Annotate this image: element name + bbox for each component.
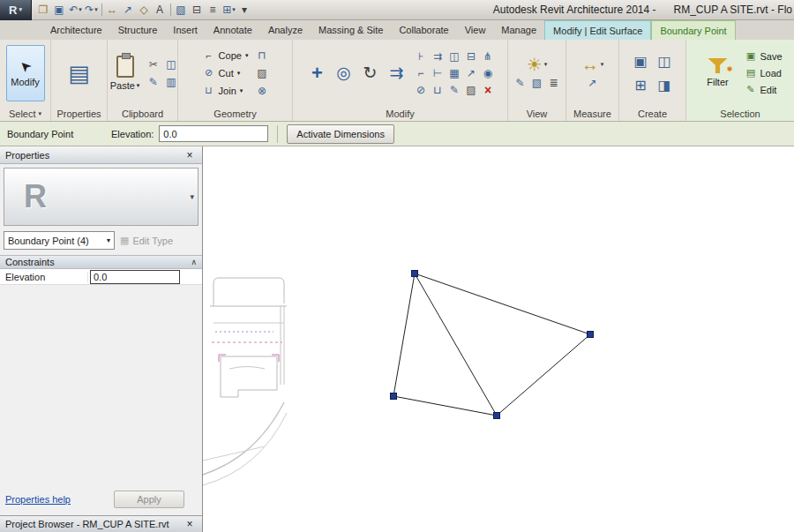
move-icon[interactable]: + xyxy=(305,48,330,99)
mirror-pick-axis-icon[interactable]: ◫ xyxy=(447,49,462,64)
drawing-canvas[interactable] xyxy=(203,146,794,532)
edit-type-icon: ▦ xyxy=(120,235,129,246)
create-parts-icon[interactable]: ◫ xyxy=(654,50,675,71)
join-icon[interactable]: ⊔ xyxy=(431,82,446,97)
edit-selection-button[interactable]: ✎ Edit xyxy=(742,82,784,97)
activate-dimensions-button[interactable]: Activate Dimensions xyxy=(287,124,394,144)
panel-select: ➤ Modify Select ▾ xyxy=(0,40,51,121)
boundary-point-handle[interactable] xyxy=(588,332,594,338)
join-geometry-button[interactable]: ⊔ Join ▾ xyxy=(201,82,251,99)
application-menu-button[interactable]: R ▾ xyxy=(0,0,32,20)
tab-structure[interactable]: Structure xyxy=(110,20,166,40)
linework-icon[interactable]: ≣ xyxy=(546,76,561,91)
split-element-icon[interactable]: ⋔ xyxy=(481,49,496,64)
paste-special-icon[interactable]: ▥ xyxy=(163,74,178,89)
save-icon[interactable]: ▣ xyxy=(52,2,67,19)
default-3d-view-icon[interactable]: ▧ xyxy=(174,2,189,19)
measure-button[interactable]: ↔ ▾ xyxy=(581,56,604,73)
cut-icon[interactable]: ✂ xyxy=(146,56,161,71)
load-selection-button[interactable]: ▤ Load xyxy=(742,65,784,80)
type-selector[interactable]: R ▾ xyxy=(4,168,198,226)
offset-arrows-icon[interactable]: ⇉ xyxy=(385,48,409,99)
paste-button[interactable]: Paste ▾ xyxy=(107,54,144,93)
switch-windows-icon[interactable]: ⊞ ▾ xyxy=(221,2,236,19)
panel-label-select[interactable]: Select ▾ xyxy=(0,106,50,121)
section-icon[interactable]: ⊟ xyxy=(190,2,205,19)
cut-geometry-button[interactable]: ⊘ Cut ▾ xyxy=(201,64,251,81)
constraints-section-header[interactable]: Constraints ∧ xyxy=(0,255,202,269)
copy-icon[interactable]: ◫ xyxy=(163,56,178,71)
array-icon[interactable]: ▦ xyxy=(447,65,462,80)
tab-boundary-point[interactable]: Boundary Point xyxy=(651,20,735,40)
cope-button[interactable]: ⌐ Cope ▾ xyxy=(201,47,251,64)
modify-tool-button[interactable]: ➤ Modify xyxy=(6,45,45,101)
elevation-input[interactable]: 0.0 xyxy=(159,125,268,142)
visibility-graphics-button[interactable]: ☀ ▾ xyxy=(527,56,547,73)
unjoin-icon[interactable]: ⊗ xyxy=(254,83,269,98)
boundary-point-handle[interactable] xyxy=(494,413,500,419)
measure-tools: ↗ xyxy=(585,76,600,91)
create-group-icon[interactable]: ▣ xyxy=(630,50,651,71)
boundary-point-handle[interactable] xyxy=(391,393,397,400)
pin-icon[interactable]: ◉ xyxy=(481,65,496,80)
qat-separator[interactable] xyxy=(169,2,173,19)
tab-view[interactable]: View xyxy=(457,20,494,40)
site-plan-linework xyxy=(213,278,284,306)
tag-icon[interactable]: ◇ xyxy=(137,2,152,19)
offset-icon[interactable]: ⇉ xyxy=(431,49,446,64)
chevron-down-icon: ▾ xyxy=(107,236,110,244)
close-icon[interactable]: × xyxy=(183,518,197,531)
wall-joins-icon[interactable]: ⊓ xyxy=(254,48,269,63)
copy-icon[interactable]: ◎ xyxy=(332,48,356,99)
dimension-icon[interactable]: ↗ xyxy=(585,76,600,91)
property-rows: Elevation 0.0 xyxy=(0,269,202,285)
project-browser-bar[interactable]: Project Browser - RM_CUP A SITE.rvt × xyxy=(0,515,203,532)
aligned-dimension-icon[interactable]: ↗ xyxy=(121,2,136,19)
mirror-draw-axis-icon[interactable]: ⊟ xyxy=(464,49,479,64)
redo-icon[interactable]: ↷ ▾ xyxy=(84,2,99,19)
text-icon[interactable]: A xyxy=(153,2,168,19)
type-selector-dropdown-icon[interactable]: ▾ xyxy=(190,192,194,201)
tab-architecture[interactable]: Architecture xyxy=(42,20,110,40)
properties-palette-button[interactable]: ▤ xyxy=(68,62,90,85)
tab-collaborate[interactable]: Collaborate xyxy=(391,20,456,40)
undo-icon[interactable]: ↶ ▾ xyxy=(68,2,83,19)
open-icon[interactable]: ❐ xyxy=(36,2,51,19)
tab-modify-edit-surface[interactable]: Modify | Edit Surface xyxy=(544,20,651,40)
properties-help-link[interactable]: Properties help xyxy=(5,494,71,505)
tab-manage[interactable]: Manage xyxy=(493,20,544,40)
surface-edge xyxy=(393,273,415,396)
apply-button[interactable]: Apply xyxy=(114,491,184,508)
thin-lines-icon[interactable]: ≡ xyxy=(206,2,221,19)
close-icon[interactable]: × xyxy=(183,148,197,161)
save-selection-button[interactable]: ▣ Save xyxy=(742,49,784,64)
demolish-icon[interactable]: ▨ xyxy=(464,82,479,97)
override-graphics-icon[interactable]: ✎ xyxy=(513,76,528,91)
trim-extend-icon[interactable]: ⌐ xyxy=(414,65,429,80)
tab-analyze[interactable]: Analyze xyxy=(260,20,311,40)
tab-insert[interactable]: Insert xyxy=(165,20,206,40)
boundary-point-handle[interactable] xyxy=(412,271,418,277)
match-type-icon[interactable]: ✎ xyxy=(146,74,161,89)
beam-coping-icon[interactable]: ▨ xyxy=(254,65,269,80)
site-plan-linework xyxy=(203,446,265,461)
paint-icon[interactable]: ✎ xyxy=(447,82,462,97)
create-assembly-icon[interactable]: ⊞ xyxy=(630,74,651,95)
scale-icon[interactable]: ↗ xyxy=(464,65,479,80)
create-similar-icon[interactable]: ◨ xyxy=(654,74,675,95)
tab-annotate[interactable]: Annotate xyxy=(206,20,260,40)
qat-separator[interactable] xyxy=(100,2,104,19)
selection-filter-combo[interactable]: Boundary Point (4) ▾ xyxy=(4,231,115,250)
qat-customize-icon[interactable]: ▾ xyxy=(237,2,252,19)
filter-button[interactable]: ✱ Filter xyxy=(695,58,739,87)
edit-type-button[interactable]: ▦ Edit Type xyxy=(118,231,198,250)
measure-icon[interactable]: ↔ xyxy=(105,2,120,19)
tab-massing-site[interactable]: Massing & Site xyxy=(311,20,391,40)
extend-icon[interactable]: ⊢ xyxy=(431,65,446,80)
unpin-icon[interactable]: ⊘ xyxy=(414,82,429,97)
hide-elements-icon[interactable]: ▧ xyxy=(529,76,544,91)
property-value-input[interactable]: 0.0 xyxy=(90,270,180,284)
align-icon[interactable]: ⊦ xyxy=(414,49,429,64)
rotate-icon[interactable]: ↻ xyxy=(358,48,383,99)
delete-icon[interactable]: × xyxy=(481,82,496,97)
